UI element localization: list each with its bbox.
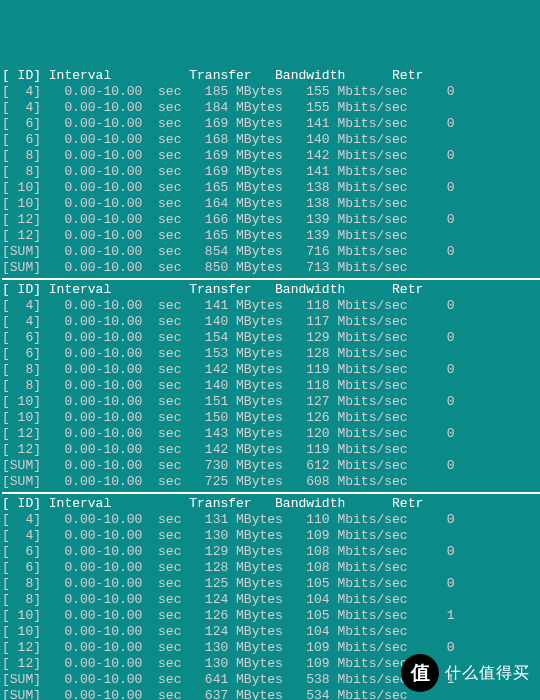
- watermark-label: 什么值得买: [445, 665, 530, 681]
- table-row: [ 8] 0.00-10.00 sec 169 MBytes 142 Mbits…: [2, 148, 540, 164]
- terminal-output: [ ID] Interval Transfer Bandwidth Retr[ …: [2, 68, 540, 700]
- block-separator: [2, 278, 540, 280]
- table-row: [ 8] 0.00-10.00 sec 140 MBytes 118 Mbits…: [2, 378, 540, 394]
- table-row: [ 6] 0.00-10.00 sec 168 MBytes 140 Mbits…: [2, 132, 540, 148]
- table-row: [ 4] 0.00-10.00 sec 141 MBytes 118 Mbits…: [2, 298, 540, 314]
- table-row: [ 12] 0.00-10.00 sec 166 MBytes 139 Mbit…: [2, 212, 540, 228]
- watermark-logo-icon: 值: [401, 654, 439, 692]
- table-row: [ 12] 0.00-10.00 sec 165 MBytes 139 Mbit…: [2, 228, 540, 244]
- watermark: 值 什么值得买: [401, 654, 530, 692]
- table-header: [ ID] Interval Transfer Bandwidth Retr: [2, 68, 540, 84]
- table-row: [ 8] 0.00-10.00 sec 169 MBytes 141 Mbits…: [2, 164, 540, 180]
- table-row: [ 4] 0.00-10.00 sec 130 MBytes 109 Mbits…: [2, 528, 540, 544]
- table-row: [ 10] 0.00-10.00 sec 151 MBytes 127 Mbit…: [2, 394, 540, 410]
- table-row: [ 10] 0.00-10.00 sec 164 MBytes 138 Mbit…: [2, 196, 540, 212]
- table-header: [ ID] Interval Transfer Bandwidth Retr: [2, 496, 540, 512]
- table-row: [ 10] 0.00-10.00 sec 165 MBytes 138 Mbit…: [2, 180, 540, 196]
- table-row: [ 6] 0.00-10.00 sec 154 MBytes 129 Mbits…: [2, 330, 540, 346]
- table-row: [ 6] 0.00-10.00 sec 128 MBytes 108 Mbits…: [2, 560, 540, 576]
- table-row: [ 4] 0.00-10.00 sec 185 MBytes 155 Mbits…: [2, 84, 540, 100]
- table-row: [SUM] 0.00-10.00 sec 725 MBytes 608 Mbit…: [2, 474, 540, 490]
- table-row: [ 6] 0.00-10.00 sec 129 MBytes 108 Mbits…: [2, 544, 540, 560]
- table-row: [ 6] 0.00-10.00 sec 153 MBytes 128 Mbits…: [2, 346, 540, 362]
- table-row: [ 4] 0.00-10.00 sec 131 MBytes 110 Mbits…: [2, 512, 540, 528]
- table-row: [ 10] 0.00-10.00 sec 126 MBytes 105 Mbit…: [2, 608, 540, 624]
- table-row: [SUM] 0.00-10.00 sec 850 MBytes 713 Mbit…: [2, 260, 540, 276]
- table-row: [SUM] 0.00-10.00 sec 730 MBytes 612 Mbit…: [2, 458, 540, 474]
- table-row: [ 8] 0.00-10.00 sec 124 MBytes 104 Mbits…: [2, 592, 540, 608]
- table-row: [ 12] 0.00-10.00 sec 142 MBytes 119 Mbit…: [2, 442, 540, 458]
- table-row: [ 6] 0.00-10.00 sec 169 MBytes 141 Mbits…: [2, 116, 540, 132]
- table-row: [ 4] 0.00-10.00 sec 140 MBytes 117 Mbits…: [2, 314, 540, 330]
- table-row: [ 10] 0.00-10.00 sec 124 MBytes 104 Mbit…: [2, 624, 540, 640]
- table-row: [SUM] 0.00-10.00 sec 854 MBytes 716 Mbit…: [2, 244, 540, 260]
- table-header: [ ID] Interval Transfer Bandwidth Retr: [2, 282, 540, 298]
- table-row: [ 10] 0.00-10.00 sec 150 MBytes 126 Mbit…: [2, 410, 540, 426]
- table-row: [ 4] 0.00-10.00 sec 184 MBytes 155 Mbits…: [2, 100, 540, 116]
- block-separator: [2, 492, 540, 494]
- table-row: [ 12] 0.00-10.00 sec 143 MBytes 120 Mbit…: [2, 426, 540, 442]
- table-row: [ 8] 0.00-10.00 sec 142 MBytes 119 Mbits…: [2, 362, 540, 378]
- table-row: [ 8] 0.00-10.00 sec 125 MBytes 105 Mbits…: [2, 576, 540, 592]
